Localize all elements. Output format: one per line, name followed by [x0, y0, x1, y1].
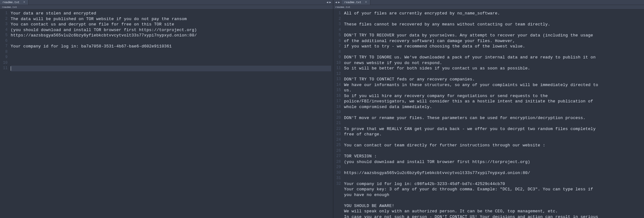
line-number: 3	[0, 22, 8, 27]
code-line	[344, 165, 642, 170]
code-line: police/FBI/investigators, we will consid…	[344, 99, 642, 104]
code-line	[11, 38, 331, 44]
line-number: 2	[333, 16, 341, 22]
editor-right[interactable]: 1234567891011121314151617181920212223242…	[333, 9, 644, 218]
code-line: DON'T TRY TO RECOVER your data by yourse…	[344, 33, 642, 38]
filewell-left: readme.txt	[0, 5, 333, 9]
line-number: 8	[333, 49, 341, 55]
close-icon[interactable]: ×	[23, 1, 25, 4]
code-line: TOR VERSION :	[344, 154, 642, 159]
code-line	[344, 16, 642, 22]
code-line: (you should download and install TOR bro…	[11, 27, 331, 33]
tab-title: readme.txt	[3, 1, 19, 4]
code-right[interactable]: All of your files are currently encrypte…	[343, 9, 644, 218]
code-line	[344, 121, 642, 126]
code-line: We have our informants in these structur…	[344, 82, 642, 88]
code-line: Your data are stolen and encrypted	[11, 11, 331, 16]
line-number: 25	[333, 143, 341, 148]
code-line: Your company key: 3 of any of your dc th…	[344, 187, 642, 192]
line-number: 6	[333, 38, 341, 44]
line-number: 31	[333, 176, 341, 181]
fwd-icon[interactable]: ▶	[329, 1, 332, 4]
line-number: 16	[333, 93, 341, 99]
code-line	[11, 49, 331, 55]
code-line: So it will be better for both sides if y…	[344, 66, 642, 71]
line-number: 29	[333, 165, 341, 170]
line-number: 5	[333, 33, 341, 38]
line-number: 26	[333, 148, 341, 154]
code-line	[344, 137, 642, 143]
code-line: In case you are not such a person - DON'…	[344, 214, 642, 218]
code-line: our news website if you do not respond.	[344, 60, 642, 66]
file-path: readme.txt	[2, 6, 17, 8]
code-line: These files cannot be recovered by any m…	[344, 22, 642, 27]
code-line: We will speak only with an authorized pe…	[344, 209, 642, 214]
code-line: (you should download and install TOR bro…	[344, 159, 642, 165]
gutter-left: 1234567891011	[0, 9, 9, 218]
tab-title: readme.txt	[344, 1, 361, 4]
line-number: 11	[0, 66, 8, 71]
tab-left[interactable]: readme.txt ×	[0, 0, 29, 5]
split-container: readme.txt × ◀ ▶ readme.txt 123456789101…	[0, 0, 644, 218]
line-number: 19	[333, 110, 341, 115]
back-icon[interactable]: ◀	[335, 1, 337, 4]
line-number: 1	[333, 11, 341, 16]
line-number: 32	[333, 181, 341, 187]
pane-left: readme.txt × ◀ ▶ readme.txt 123456789101…	[0, 0, 333, 218]
tab-nav-right-pre: ◀ ▶	[333, 0, 342, 5]
code-line: DON'T TRY TO IGNORE us. We've downloaded…	[344, 55, 642, 60]
line-number: 9	[0, 55, 8, 60]
line-number: 4	[333, 27, 341, 33]
code-left[interactable]: Your data are stolen and encryptedThe da…	[9, 9, 333, 218]
tab-right[interactable]: readme.txt ×	[342, 0, 370, 5]
tab-nav-left: ◀ ▶	[325, 0, 333, 5]
fwd-icon[interactable]: ▶	[337, 1, 340, 4]
code-line	[344, 176, 642, 181]
code-line: You can contact our team directly for fu…	[344, 143, 642, 148]
line-number: 9	[333, 55, 341, 60]
code-line: Your company id for log in: ba7a7058-353…	[11, 44, 331, 49]
line-number: 8	[0, 49, 8, 55]
gutter-right: 1234567891011121314151617181920212223242…	[333, 9, 343, 218]
code-line: So if you will hire any recovery company…	[344, 93, 642, 99]
code-line: https://aazsbsgya565vlu2c6bzy6yfiebkcbtv…	[11, 33, 331, 38]
filewell-right: readme.txt	[333, 5, 644, 9]
line-number: 17	[333, 99, 341, 104]
code-line	[344, 148, 642, 154]
line-number: 22	[333, 126, 341, 132]
code-line	[11, 66, 331, 71]
line-number: 14	[333, 82, 341, 88]
pane-right: ◀ ▶ readme.txt × readme.txt 123456789101…	[333, 0, 644, 218]
line-number: 23	[333, 132, 341, 137]
code-line: us.	[344, 88, 642, 93]
line-number: 5	[0, 33, 8, 38]
code-line: Your company id for log in: c98fa42b-323…	[344, 181, 642, 187]
code-line: All of your files are currently encrypte…	[344, 11, 642, 16]
code-line	[344, 27, 642, 33]
code-line: whole compromised data immediately.	[344, 104, 642, 110]
line-number: 1	[0, 11, 8, 16]
line-number: 30	[333, 170, 341, 176]
code-line: free of charge.	[344, 132, 642, 137]
code-line: DON'T move or rename your files. These p…	[344, 115, 642, 121]
back-icon[interactable]: ◀	[326, 1, 329, 4]
code-line	[344, 198, 642, 203]
line-number: 28	[333, 159, 341, 165]
code-line	[344, 110, 642, 115]
file-path: readme.txt	[335, 6, 350, 8]
code-line: of the additional recovery software) can…	[344, 38, 642, 44]
line-number: 20	[333, 115, 341, 121]
code-line: DON'T TRY TO CONTACT feds or any recover…	[344, 77, 642, 82]
line-number: 12	[333, 71, 341, 77]
close-icon[interactable]: ×	[365, 1, 367, 4]
code-line	[11, 55, 331, 60]
editor-left[interactable]: 1234567891011 Your data are stolen and e…	[0, 9, 333, 218]
tabbar-left: readme.txt × ◀ ▶	[0, 0, 333, 5]
line-number: 11	[333, 66, 341, 71]
code-line: you have no enough	[344, 192, 642, 198]
line-number: 3	[333, 22, 341, 27]
code-line: YOU SHOULD BE AWARE!	[344, 203, 642, 209]
line-number: 24	[333, 137, 341, 143]
code-line: https://aazsbsgya565vlu2c6bzy6yfiebkcbtv…	[344, 170, 642, 176]
line-number: 7	[333, 44, 341, 49]
